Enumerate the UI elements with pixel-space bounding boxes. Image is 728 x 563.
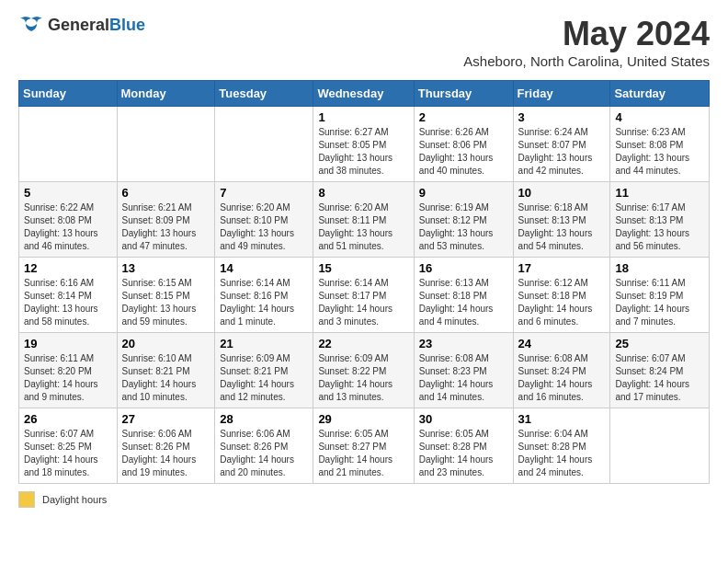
day-number: 1 [318, 110, 408, 124]
title-block: May 2024 Asheboro, North Carolina, Unite… [463, 15, 710, 69]
calendar-cell: 16Sunrise: 6:13 AM Sunset: 8:18 PM Dayli… [414, 258, 513, 333]
calendar-cell: 13Sunrise: 6:15 AM Sunset: 8:15 PM Dayli… [117, 258, 215, 333]
day-info: Sunrise: 6:06 AM Sunset: 8:26 PM Dayligh… [220, 428, 308, 479]
calendar-cell [19, 107, 118, 182]
calendar-week-3: 12Sunrise: 6:16 AM Sunset: 8:14 PM Dayli… [19, 258, 710, 333]
day-info: Sunrise: 6:20 AM Sunset: 8:11 PM Dayligh… [318, 201, 408, 253]
day-number: 8 [318, 186, 408, 200]
day-info: Sunrise: 6:06 AM Sunset: 8:26 PM Dayligh… [122, 428, 210, 479]
calendar-cell: 23Sunrise: 6:08 AM Sunset: 8:23 PM Dayli… [414, 333, 513, 408]
day-info: Sunrise: 6:12 AM Sunset: 8:18 PM Dayligh… [518, 277, 606, 328]
day-number: 29 [318, 412, 408, 426]
day-number: 19 [24, 337, 112, 350]
calendar-week-1: 1Sunrise: 6:27 AM Sunset: 8:05 PM Daylig… [19, 107, 710, 182]
calendar-cell: 30Sunrise: 6:05 AM Sunset: 8:28 PM Dayli… [414, 408, 513, 484]
day-info: Sunrise: 6:09 AM Sunset: 8:21 PM Dayligh… [220, 352, 308, 404]
day-number: 31 [518, 412, 606, 426]
legend-daylight-label: Daylight hours [42, 494, 107, 505]
calendar-cell: 2Sunrise: 6:26 AM Sunset: 8:06 PM Daylig… [414, 107, 513, 182]
calendar-cell: 28Sunrise: 6:06 AM Sunset: 8:26 PM Dayli… [215, 408, 313, 484]
subtitle: Asheboro, North Carolina, United States [463, 53, 710, 69]
weekday-header-row: SundayMondayTuesdayWednesdayThursdayFrid… [19, 81, 710, 107]
day-info: Sunrise: 6:08 AM Sunset: 8:23 PM Dayligh… [419, 352, 508, 404]
day-number: 20 [122, 337, 210, 350]
page-header: GeneralBlue May 2024 Asheboro, North Car… [18, 15, 710, 69]
weekday-saturday: Saturday [610, 81, 710, 107]
calendar-cell: 17Sunrise: 6:12 AM Sunset: 8:18 PM Dayli… [513, 258, 610, 333]
day-info: Sunrise: 6:27 AM Sunset: 8:05 PM Dayligh… [318, 126, 408, 178]
day-number: 26 [24, 412, 112, 426]
day-info: Sunrise: 6:21 AM Sunset: 8:09 PM Dayligh… [122, 201, 210, 253]
day-number: 9 [419, 186, 508, 200]
calendar-cell: 9Sunrise: 6:19 AM Sunset: 8:12 PM Daylig… [414, 182, 513, 258]
day-info: Sunrise: 6:24 AM Sunset: 8:07 PM Dayligh… [518, 126, 606, 178]
day-info: Sunrise: 6:09 AM Sunset: 8:22 PM Dayligh… [318, 352, 408, 404]
day-number: 21 [220, 337, 308, 350]
calendar-cell: 5Sunrise: 6:22 AM Sunset: 8:08 PM Daylig… [19, 182, 118, 258]
calendar-cell: 12Sunrise: 6:16 AM Sunset: 8:14 PM Dayli… [19, 258, 118, 333]
weekday-wednesday: Wednesday [313, 81, 414, 107]
calendar-cell: 26Sunrise: 6:07 AM Sunset: 8:25 PM Dayli… [19, 408, 118, 484]
day-number: 3 [518, 110, 606, 124]
day-info: Sunrise: 6:14 AM Sunset: 8:16 PM Dayligh… [220, 277, 308, 328]
calendar-cell: 29Sunrise: 6:05 AM Sunset: 8:27 PM Dayli… [313, 408, 414, 484]
weekday-thursday: Thursday [414, 81, 513, 107]
calendar-cell: 22Sunrise: 6:09 AM Sunset: 8:22 PM Dayli… [313, 333, 414, 408]
day-info: Sunrise: 6:08 AM Sunset: 8:24 PM Dayligh… [518, 352, 606, 404]
day-number: 5 [24, 186, 112, 200]
day-info: Sunrise: 6:04 AM Sunset: 8:28 PM Dayligh… [518, 428, 606, 479]
day-number: 10 [518, 186, 606, 200]
day-number: 25 [615, 337, 704, 350]
logo-blue: Blue [109, 16, 145, 34]
calendar-week-2: 5Sunrise: 6:22 AM Sunset: 8:08 PM Daylig… [19, 182, 710, 258]
day-number: 11 [615, 186, 704, 200]
day-info: Sunrise: 6:14 AM Sunset: 8:17 PM Dayligh… [318, 277, 408, 328]
day-info: Sunrise: 6:18 AM Sunset: 8:13 PM Dayligh… [518, 201, 606, 253]
day-number: 16 [419, 261, 508, 275]
calendar-cell: 31Sunrise: 6:04 AM Sunset: 8:28 PM Dayli… [513, 408, 610, 484]
calendar-cell: 7Sunrise: 6:20 AM Sunset: 8:10 PM Daylig… [215, 182, 313, 258]
day-info: Sunrise: 6:23 AM Sunset: 8:08 PM Dayligh… [615, 126, 704, 178]
calendar-cell: 20Sunrise: 6:10 AM Sunset: 8:21 PM Dayli… [117, 333, 215, 408]
day-number: 13 [122, 261, 210, 275]
day-number: 6 [122, 186, 210, 200]
calendar-cell: 8Sunrise: 6:20 AM Sunset: 8:11 PM Daylig… [313, 182, 414, 258]
day-number: 28 [220, 412, 308, 426]
calendar-cell: 18Sunrise: 6:11 AM Sunset: 8:19 PM Dayli… [610, 258, 710, 333]
day-info: Sunrise: 6:20 AM Sunset: 8:10 PM Dayligh… [220, 201, 308, 253]
day-number: 30 [419, 412, 508, 426]
weekday-friday: Friday [513, 81, 610, 107]
day-info: Sunrise: 6:05 AM Sunset: 8:28 PM Dayligh… [419, 428, 508, 479]
day-info: Sunrise: 6:07 AM Sunset: 8:25 PM Dayligh… [24, 428, 112, 479]
weekday-tuesday: Tuesday [215, 81, 313, 107]
calendar-cell: 14Sunrise: 6:14 AM Sunset: 8:16 PM Dayli… [215, 258, 313, 333]
day-info: Sunrise: 6:11 AM Sunset: 8:19 PM Dayligh… [615, 277, 704, 328]
day-info: Sunrise: 6:17 AM Sunset: 8:13 PM Dayligh… [615, 201, 704, 253]
logo: GeneralBlue [18, 15, 145, 35]
main-title: May 2024 [463, 15, 710, 53]
logo-bird-icon [18, 15, 44, 35]
calendar-cell: 27Sunrise: 6:06 AM Sunset: 8:26 PM Dayli… [117, 408, 215, 484]
calendar-cell: 6Sunrise: 6:21 AM Sunset: 8:09 PM Daylig… [117, 182, 215, 258]
calendar-cell: 10Sunrise: 6:18 AM Sunset: 8:13 PM Dayli… [513, 182, 610, 258]
day-number: 12 [24, 261, 112, 275]
calendar-cell: 24Sunrise: 6:08 AM Sunset: 8:24 PM Dayli… [513, 333, 610, 408]
day-info: Sunrise: 6:22 AM Sunset: 8:08 PM Dayligh… [24, 201, 112, 253]
day-info: Sunrise: 6:26 AM Sunset: 8:06 PM Dayligh… [419, 126, 508, 178]
calendar-cell: 25Sunrise: 6:07 AM Sunset: 8:24 PM Dayli… [610, 333, 710, 408]
calendar-cell: 3Sunrise: 6:24 AM Sunset: 8:07 PM Daylig… [513, 107, 610, 182]
day-number: 18 [615, 261, 704, 275]
calendar-week-4: 19Sunrise: 6:11 AM Sunset: 8:20 PM Dayli… [19, 333, 710, 408]
logo-general: General [48, 16, 109, 34]
legend-daylight-box [18, 491, 35, 508]
day-number: 24 [518, 337, 606, 350]
calendar-cell: 4Sunrise: 6:23 AM Sunset: 8:08 PM Daylig… [610, 107, 710, 182]
day-number: 23 [419, 337, 508, 350]
day-number: 22 [318, 337, 408, 350]
day-info: Sunrise: 6:11 AM Sunset: 8:20 PM Dayligh… [24, 352, 112, 404]
day-number: 7 [220, 186, 308, 200]
day-number: 2 [419, 110, 508, 124]
calendar-cell: 15Sunrise: 6:14 AM Sunset: 8:17 PM Dayli… [313, 258, 414, 333]
day-info: Sunrise: 6:10 AM Sunset: 8:21 PM Dayligh… [122, 352, 210, 404]
calendar-week-5: 26Sunrise: 6:07 AM Sunset: 8:25 PM Dayli… [19, 408, 710, 484]
